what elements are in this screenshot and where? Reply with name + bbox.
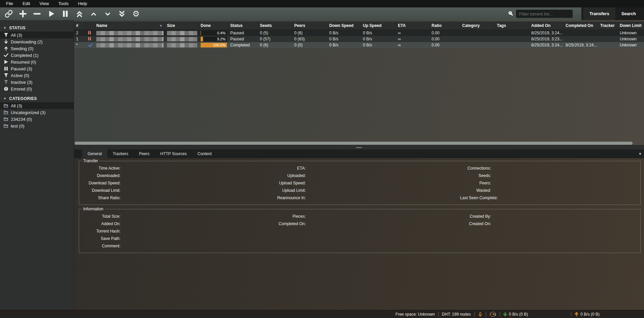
col-tracker[interactable]: Tracker — [598, 22, 618, 30]
col-name[interactable]: Name▼ — [94, 22, 165, 30]
tab-peers[interactable]: Peers — [134, 149, 155, 158]
col-number[interactable]: # — [74, 22, 86, 30]
menu-file[interactable]: File — [1, 0, 18, 7]
col-status[interactable]: Status — [228, 22, 258, 30]
col-down-limit[interactable]: Down Limit — [618, 22, 644, 30]
filter-torrent-input[interactable] — [516, 10, 573, 18]
col-peers[interactable]: Peers — [292, 22, 327, 30]
field-value — [121, 173, 267, 178]
horizontal-scrollbar[interactable] — [74, 141, 644, 145]
menu-view[interactable]: View — [35, 0, 54, 7]
delete-torrent-button[interactable] — [32, 9, 42, 19]
cell-state — [86, 36, 94, 42]
tab-search[interactable]: Search — [615, 7, 642, 20]
sidebar-item-errored[interactable]: Errored (0) — [0, 85, 74, 92]
field-value — [491, 166, 638, 171]
sidebar-item-inactive[interactable]: Inactive (3) — [0, 79, 74, 85]
sidebar-item-active[interactable]: Active (0) — [0, 72, 74, 79]
cell-tracker — [598, 42, 618, 48]
col-completed-on[interactable]: Completed On — [564, 22, 598, 30]
move-top-button[interactable] — [74, 9, 85, 19]
sidebar-item-label: All (3) — [11, 103, 22, 108]
add-torrent-file-button[interactable] — [18, 9, 28, 19]
col-state[interactable] — [86, 22, 94, 30]
check-icon — [88, 43, 93, 47]
col-eta[interactable]: ETA — [396, 22, 430, 30]
move-bottom-button[interactable] — [116, 9, 127, 19]
resume-button[interactable] — [46, 9, 57, 19]
connection-status-button[interactable] — [475, 312, 486, 317]
chevron-down-icon[interactable]: ▼ — [638, 152, 642, 156]
filter-icon — [3, 73, 8, 78]
table-row[interactable]: 1 9.2% Paused 0 (57) 0 (63) 0 B/s 0 B/s … — [74, 36, 644, 42]
alt-speed-limits-button[interactable] — [486, 312, 500, 317]
cell-down-limit: Unknown — [618, 36, 644, 42]
field-completed-on: Completed On: — [267, 221, 306, 226]
cell-status: Completed — [228, 42, 258, 48]
menu-tools[interactable]: Tools — [54, 0, 73, 7]
categories-section-header[interactable]: ▼ CATEGORIES — [0, 95, 74, 102]
sidebar-item-category-all[interactable]: All (3) — [0, 102, 74, 109]
cell-completed-on — [564, 36, 598, 42]
field-last-seen-complete: Last Seen Complete: — [452, 196, 498, 201]
add-torrent-link-button[interactable] — [3, 9, 14, 19]
col-up-speed[interactable]: Up Speed — [361, 22, 396, 30]
move-down-button[interactable] — [102, 9, 113, 19]
pause-button[interactable] — [60, 9, 71, 19]
double-chevron-down-icon — [118, 10, 126, 18]
tab-trackers[interactable]: Trackers — [107, 149, 134, 158]
cell-up-speed: 0 B/s — [361, 42, 396, 48]
sidebar-item-category-test[interactable]: test (0) — [0, 122, 74, 129]
options-button[interactable]: ⚙ — [131, 9, 141, 19]
redacted-size-blur — [167, 37, 197, 41]
splitter-handle-icon: ••• — [357, 146, 363, 148]
cell-done: 9.2% — [199, 36, 228, 42]
field-uploaded: Uploaded: — [267, 173, 306, 178]
error-icon — [3, 86, 8, 92]
sidebar-item-downloading[interactable]: Downloading (2) — [0, 38, 74, 45]
sidebar-item-seeding[interactable]: Seeding (0) — [0, 45, 74, 52]
filter-sidebar: ▼ STATUS All (3) Downloading (2) Seeding… — [0, 20, 74, 310]
cell-down-speed: 0 B/s — [327, 42, 361, 48]
move-up-button[interactable] — [88, 9, 99, 19]
table-row[interactable]: * 100.0% Completed 0 (6) 0 (0) 0 B/s 0 B… — [74, 42, 644, 48]
sidebar-item-label: test (0) — [11, 123, 24, 129]
information-groupbox: Information Total Size: Pieces: Created … — [79, 209, 641, 253]
cell-peers: 0 (63) — [292, 36, 327, 42]
cell-state — [86, 42, 94, 48]
col-size[interactable]: Size — [165, 22, 199, 30]
col-ratio[interactable]: Ratio — [430, 22, 460, 30]
redacted-name-blur — [96, 43, 164, 47]
sidebar-item-category-234234[interactable]: 234234 (0) — [0, 116, 74, 122]
cell-name-redacted — [94, 36, 165, 42]
col-tags[interactable]: Tags — [495, 22, 529, 30]
col-down-speed[interactable]: Down Speed — [327, 22, 361, 30]
tab-content[interactable]: Content — [192, 149, 217, 158]
cell-tracker — [598, 30, 618, 36]
menu-help[interactable]: Help — [73, 0, 92, 7]
col-done[interactable]: Done — [199, 22, 228, 30]
status-section-header[interactable]: ▼ STATUS — [0, 24, 74, 32]
tab-http-sources[interactable]: HTTP Sources — [155, 149, 192, 158]
cell-state — [86, 30, 94, 36]
table-row[interactable]: 2 0.4% Paused 0 (5) 0 (6) 0 B/s 0 B/s ∞ … — [74, 30, 644, 36]
col-added-on[interactable]: Added On — [529, 22, 564, 30]
cell-eta: ∞ — [396, 30, 430, 36]
tab-transfers[interactable]: Transfers — [583, 7, 615, 20]
pane-splitter[interactable]: ••• — [74, 145, 644, 149]
details-tab-bar: General Trackers Peers HTTP Sources Cont… — [74, 149, 644, 158]
menu-edit[interactable]: Edit — [18, 0, 35, 7]
cell-up-speed: 0 B/s — [361, 36, 396, 42]
sidebar-item-resumed[interactable]: Resumed (0) — [0, 59, 74, 65]
sidebar-item-all-status[interactable]: All (3) — [0, 32, 74, 38]
double-chevron-up-icon — [75, 10, 83, 18]
sidebar-item-paused[interactable]: Paused (3) — [0, 65, 74, 72]
col-category[interactable]: Category — [460, 22, 495, 30]
sidebar-item-completed[interactable]: Completed (1) — [0, 52, 74, 59]
speed-gauge-icon — [489, 312, 496, 317]
scrollbar-thumb[interactable] — [75, 142, 633, 145]
sidebar-item-category-uncategorized[interactable]: Uncategorized (3) — [0, 109, 74, 116]
col-seeds[interactable]: Seeds — [258, 22, 292, 30]
tab-general[interactable]: General — [82, 149, 107, 158]
field-upload-speed: Upload Speed: — [267, 181, 306, 186]
